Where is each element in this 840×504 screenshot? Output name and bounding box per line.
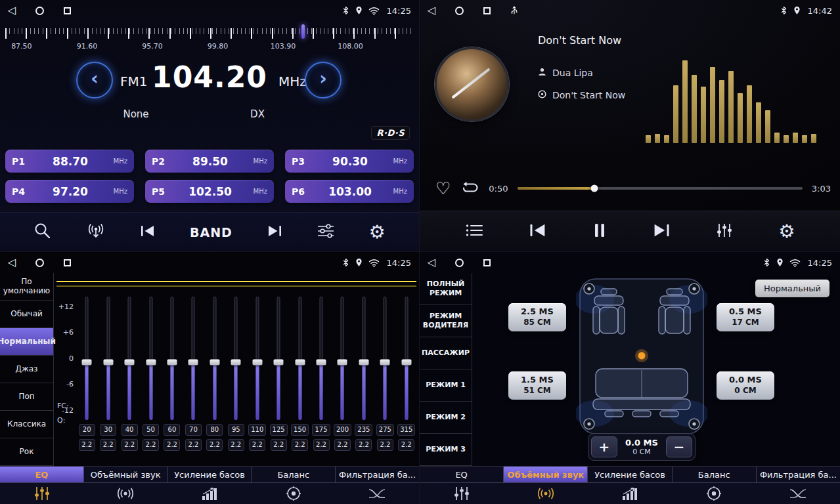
mode-1[interactable]: РЕЖИМ 1 [420,369,472,402]
mode-2[interactable]: РЕЖИМ 2 [420,402,472,434]
bass-boost-tab-icon[interactable] [167,483,252,504]
eq-slider-handle[interactable] [401,359,411,365]
balance-tab-icon[interactable] [672,483,756,504]
repeat-button[interactable] [460,181,479,196]
tab-eq[interactable]: EQ [420,467,504,482]
playlist-button[interactable] [465,223,483,240]
eq-band-slider[interactable] [247,297,268,420]
next-station-button[interactable] [266,224,283,240]
nav-recents-button[interactable] [483,259,491,266]
eq-band-slider[interactable] [140,297,161,420]
tab-surround[interactable]: Объёмный звук [504,467,588,482]
eq-band-slider[interactable] [119,297,140,420]
nav-recents-button[interactable] [64,259,71,266]
eq-preset-jazz[interactable]: Джаз [0,356,53,383]
eq-slider-handle[interactable] [231,359,241,365]
equalizer-button[interactable] [317,223,335,241]
tab-bass-boost[interactable]: Усиление басов [168,467,252,482]
tab-bass-boost[interactable]: Усиление басов [588,467,672,482]
preset-button-p6[interactable]: P6 103.00 MHz [285,180,414,203]
tab-filter[interactable]: Фильтрация ба... [336,467,419,482]
mode-full[interactable]: ПОЛНЫЙ РЕЖИМ [420,273,472,305]
eq-preset-rock[interactable]: Рок [0,438,53,466]
nav-recents-button[interactable] [64,7,71,14]
favorite-button[interactable]: ♡ [435,180,451,197]
tab-surround[interactable]: Объёмный звук [84,467,168,482]
eq-slider-handle[interactable] [338,359,347,365]
decrease-delay-button[interactable]: − [666,436,692,457]
eq-preset-normal[interactable]: Нормальный [0,328,53,356]
eq-band-slider[interactable] [396,297,417,420]
bass-boost-tab-icon[interactable] [588,483,672,504]
tune-up-button[interactable]: › [305,62,342,98]
eq-band-slider[interactable] [204,297,225,420]
nav-home-button[interactable] [35,259,44,267]
surround-tab-icon[interactable] [84,483,168,504]
previous-station-button[interactable] [139,224,156,240]
mode-passenger[interactable]: ПАССАЖИР [420,337,472,369]
eq-slider-handle[interactable] [188,359,198,365]
auto-tune-button[interactable] [86,223,106,241]
eq-band-slider[interactable] [311,297,332,420]
eq-slider-handle[interactable] [146,359,156,365]
preset-button-p4[interactable]: P4 97.20 MHz [5,180,134,203]
eq-band-slider[interactable] [162,297,183,420]
eq-slider-handle[interactable] [210,359,219,365]
increase-delay-button[interactable]: + [591,436,617,457]
eq-slider-handle[interactable] [359,359,368,365]
nav-home-button[interactable] [455,7,464,15]
eq-slider-handle[interactable] [252,359,262,365]
eq-preset-classic[interactable]: Классика [0,411,53,438]
eq-slider-handle[interactable] [317,359,326,365]
next-track-button[interactable] [652,222,671,240]
nav-recents-button[interactable] [483,7,491,14]
previous-track-button[interactable] [528,222,548,240]
eq-preset-default[interactable]: По умолчанию [0,273,53,301]
tuner-position-indicator[interactable] [301,24,305,39]
eq-band-slider[interactable] [374,297,395,420]
tab-balance[interactable]: Баланс [673,467,757,482]
eq-band-slider[interactable] [353,297,374,420]
nav-back-button[interactable]: ◁ [428,5,435,16]
eq-preset-custom[interactable]: Обычай [0,301,53,328]
mode-3[interactable]: РЕЖИМ 3 [420,434,472,466]
nav-back-button[interactable]: ◁ [8,5,16,16]
eq-tab-icon[interactable] [420,483,504,504]
eq-band-slider[interactable] [225,297,246,420]
eq-slider-handle[interactable] [380,359,390,365]
eq-tab-icon[interactable] [0,483,84,504]
mode-driver[interactable]: РЕЖИМ ВОДИТЕЛЯ [420,305,472,337]
tab-balance[interactable]: Баланс [252,467,336,482]
delay-front-left[interactable]: 2.5 MS 85 CM [508,303,566,331]
eq-band-slider[interactable] [76,297,97,420]
eq-slider-handle[interactable] [103,359,113,365]
eq-slider-handle[interactable] [274,359,284,365]
filter-tab-icon[interactable] [756,483,840,504]
delay-rear-right[interactable]: 0.0 MS 0 CM [717,371,774,400]
preset-button-p3[interactable]: P3 90.30 MHz [285,150,414,173]
preset-button-p5[interactable]: P5 102.50 MHz [145,180,274,203]
delay-front-right[interactable]: 0.5 MS 17 CM [717,303,774,331]
progress-bar[interactable] [518,187,803,190]
equalizer-button[interactable] [716,222,733,240]
scan-search-button[interactable] [33,222,52,242]
eq-band-slider[interactable] [332,297,353,420]
tab-filter[interactable]: Фильтрация ба... [757,467,840,482]
settings-button[interactable]: ⚙ [369,223,386,242]
pause-button[interactable] [593,222,606,240]
settings-button[interactable]: ⚙ [778,222,795,241]
balance-tab-icon[interactable] [252,483,336,504]
eq-band-slider[interactable] [268,297,289,420]
tab-eq[interactable]: EQ [0,467,84,482]
eq-band-slider[interactable] [289,297,310,420]
surround-preset-badge[interactable]: Нормальный [755,280,829,297]
eq-slider-handle[interactable] [167,359,177,365]
eq-slider-handle[interactable] [125,359,135,365]
preset-button-p1[interactable]: P1 88.70 MHz [5,150,134,173]
surround-tab-icon[interactable] [504,483,588,504]
eq-slider-handle[interactable] [295,359,305,365]
band-button[interactable]: BAND [190,225,232,240]
nav-home-button[interactable] [35,7,44,15]
preset-button-p2[interactable]: P2 89.50 MHz [145,150,274,173]
eq-band-slider[interactable] [97,297,118,420]
